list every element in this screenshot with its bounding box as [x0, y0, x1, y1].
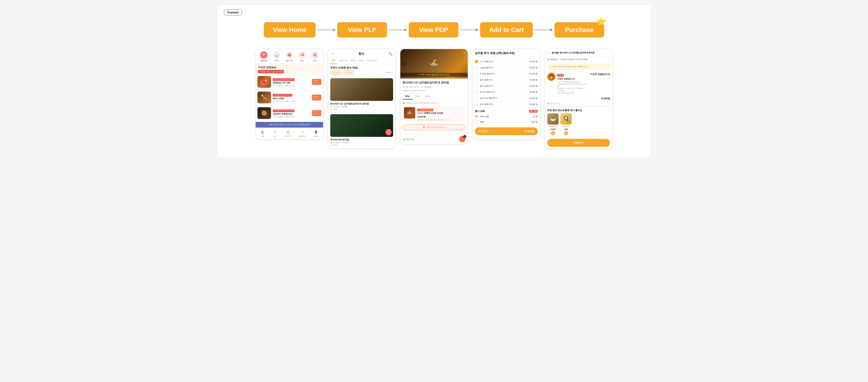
- s4-checkbox-3[interactable]: [475, 78, 478, 81]
- s4-add-price: 21,000원: [524, 129, 534, 133]
- s1-food-list: 🥩 2개 남음 00:20:09 사라져요! 육회한날 어어 이때 ⭐ 5.0 …: [256, 74, 323, 121]
- s5-order-detail-2: • 김치찜 추가 토핑 선택: 고기 듬뿍 추가(+4,500원): [557, 87, 588, 92]
- s1-icon-jungshik[interactable]: 🍜 중식: [298, 51, 306, 62]
- s3-wishlist-button[interactable]: ♡: [463, 51, 466, 55]
- arrow-line-2: [389, 30, 407, 30]
- s3-representative-menu[interactable]: 👍 대표 메뉴: [403, 138, 414, 141]
- list-item[interactable]: 🥩 2개 남음 00:20:09 사라져요! 육회한날 어어 이때 ⭐ 5.0 …: [257, 74, 321, 90]
- nav-item-favorites[interactable]: 🤍 찜: [272, 129, 277, 138]
- s5-popular-add-2[interactable]: +: [564, 131, 568, 135]
- s2-tab-hanshik[interactable]: 한식: [330, 58, 338, 64]
- list-item[interactable]: 꽃지 듬뿍 추가 +5,500 원: [475, 77, 538, 83]
- list-item[interactable]: 🥘 2개 남음 02:39:09 사라져요! 김천재의 육회한반연... ⭐ 4…: [257, 106, 321, 121]
- s5-order-detail-0: • +고기+ 등록최고만방 김치찜 x1: [557, 81, 588, 83]
- list-item[interactable]: 참지 듬뿍 추가 +5,000 원: [475, 83, 538, 89]
- s1-cat-3: 중식: [300, 59, 304, 62]
- s3-tab-menu[interactable]: 메뉴: [403, 94, 412, 99]
- s1-banner: 사용가능한 쿠폰이 있어도! 바로 주문해보세요!: [256, 122, 323, 127]
- s4-checkbox-5[interactable]: [475, 90, 478, 94]
- s4-checkbox-7[interactable]: [475, 103, 478, 106]
- list-item[interactable]: 쿠폰이곧 사라져요 무국적식탁 관악점 ⭐ 4.8 (867) · 무료배달 3…: [328, 112, 395, 148]
- s4-checkbox-4[interactable]: [475, 84, 478, 88]
- s2-tab-jungshik[interactable]: 중식: [349, 58, 357, 64]
- s4-checkbox-2[interactable]: [475, 72, 478, 75]
- s4-option-name-1: 스팸 듬뿍 추가: [480, 66, 527, 69]
- s3-bottom-bar: 👍 대표 메뉴 🛒 2: [400, 134, 468, 144]
- s1-delivery-btn-3[interactable]: 배달하고주문하기: [312, 110, 321, 116]
- s2-search-icon[interactable]: 🔍: [388, 52, 393, 56]
- s4-checkbox-1[interactable]: [475, 66, 478, 69]
- s4-option-price-6: +2,000 원: [529, 97, 538, 100]
- s4-checkbox-6[interactable]: [475, 96, 478, 100]
- s4-add-to-cart-button[interactable]: 1개 담기 21,000원: [475, 127, 538, 135]
- list-item[interactable]: 순두부 왕창 추가 +2,000 원: [475, 89, 538, 95]
- s1-food-img-3: 🥘: [257, 107, 271, 119]
- step-view-home[interactable]: View Home: [264, 22, 315, 37]
- list-item[interactable]: 🍳 계란 후라이 700원 +: [560, 113, 572, 135]
- s5-popular-add-1[interactable]: +: [551, 131, 555, 135]
- nav-item-home[interactable]: 🏠 홈: [260, 129, 265, 138]
- list-item[interactable]: 스팸 듬뿍 추가 +4,500 원: [475, 65, 538, 71]
- s4-radio-1[interactable]: [475, 120, 478, 123]
- s5-header-title: 팀 배달: 한식세끼 1인 김치찜&김치찌개 관악점: [552, 51, 610, 54]
- nav-item-recommendations[interactable]: ✨ 맞춤추천: [299, 129, 306, 138]
- s1-icon-p[interactable]: P 홈화재: [260, 51, 268, 62]
- list-item[interactable]: 매콤 +100 원: [475, 119, 538, 125]
- step-purchase[interactable]: ⭐ Purchase: [555, 22, 604, 37]
- step-add-to-cart[interactable]: Add to Cart: [480, 22, 532, 37]
- s1-cat-4: 양식: [313, 59, 317, 62]
- step-view-plp[interactable]: View PLP: [337, 22, 387, 37]
- s3-cart-button[interactable]: 🛒 2: [459, 136, 465, 142]
- s5-popular-price-1: 1,500원: [550, 128, 556, 130]
- s5-order-button[interactable]: 주문하기: [547, 139, 610, 147]
- list-item[interactable]: 🥗 반찬김치(대) 1,500원 +: [547, 113, 559, 135]
- list-item[interactable]: 🍲 🎯 지역친 지역 Pick! +고기+ 등록최고만방 김치찜 16,500원…: [403, 106, 465, 122]
- s1-icon-yangsik[interactable]: 🍕 양식: [311, 51, 318, 62]
- list-item[interactable]: ✓ 고기 듬뿍 추가 +4,500 원: [475, 59, 538, 65]
- list-item[interactable]: 🍗 2개 남음 01:26 사라져요! BBQ 신점입 ⭐ 4.9 (174) …: [257, 90, 321, 106]
- s3-menu-price: 16,500원: [417, 115, 464, 118]
- screen-view-plp: ← 한식 🔍 한식 일식·회 중식 양식 치킨·버거 두잇이 선정한 한식 맛집…: [328, 49, 396, 149]
- s2-filter-fast[interactable]: 빠른배달: [343, 70, 354, 75]
- list-item[interactable]: 한식세끼 1인 김치찜&김치찌개 관악점 ⭐ 4.9 (58) · 무료배달 3…: [328, 77, 395, 112]
- step-view-pdp[interactable]: View PDP: [409, 22, 458, 37]
- list-item[interactable]: 우삼겹 듬뿍 추가 +5,000 원: [475, 71, 538, 77]
- arrow-line-3: [460, 30, 478, 30]
- s4-option-price-0: +4,500 원: [529, 60, 538, 63]
- list-item[interactable]: 날치두부 왕창 추가 +2,000 원: [475, 95, 538, 101]
- s5-add-menu-button[interactable]: 🔥 메뉴 추가하기: [545, 101, 612, 106]
- s1-delivery-btn-2[interactable]: 배달하고주문하기: [312, 94, 321, 100]
- s1-delivery-btn-1[interactable]: 배달하고주문하기: [312, 79, 321, 85]
- s5-popular-title: 주문 중인 메뉴와 함께 먹기 좋아요: [547, 109, 610, 112]
- list-item[interactable]: Pick! 보통 +0 원: [475, 114, 538, 119]
- s2-tab-yangsik[interactable]: 양식: [357, 58, 365, 64]
- s1-cat-1: 한식: [275, 59, 279, 62]
- s4-spicy-price-0: +0 원: [533, 115, 538, 118]
- s3-prev-arrow[interactable]: ‹: [402, 61, 406, 66]
- s4-option-price-2: +5,000 원: [529, 72, 538, 75]
- s4-spicy-option-1: 매콤: [480, 121, 529, 123]
- s2-rest-img-2: 쿠폰이곧 사라져요: [330, 114, 393, 137]
- screen-add-to-cart: 김치찜 추가 토핑 선택 (최대 8개) ✓ 고기 듬뿍 추가 +4,500 원…: [472, 49, 540, 139]
- s1-icon-ilshik[interactable]: 🍣 일식 회: [286, 51, 293, 62]
- nav-item-profile[interactable]: 👤 프로필: [313, 129, 318, 138]
- s5-back-button[interactable]: ←: [547, 51, 550, 55]
- s2-back-button[interactable]: ←: [331, 51, 335, 56]
- s3-neighbor-button[interactable]: 🔥 다른 이웃의 주문보기: [403, 124, 465, 130]
- s5-promo-banner: ⚡ 10분 내 조리 시작 3명 모이면 다 빨라져요! ⚡: [547, 64, 610, 69]
- s4-checkbox-0[interactable]: ✓: [475, 60, 478, 63]
- s5-order-name: 아심찬 삼겹살 (1人): [557, 77, 588, 80]
- s5-delivery-header: 팀 배달 열기 : 아심찬 삼겹살의 두잇 팀 배달!: [545, 57, 612, 62]
- s1-food-action-2: 배달하고주문하기: [312, 94, 321, 100]
- s1-icon-hanshik[interactable]: 🍚 한식: [273, 51, 280, 62]
- s2-filter-coupon[interactable]: 할인쿠폰: [330, 70, 342, 75]
- s2-tab-ilshik[interactable]: 일식·회: [338, 58, 349, 64]
- s3-tab-review[interactable]: 리뷰: [412, 94, 423, 99]
- s2-sort-button[interactable]: 추천순 ∨: [385, 71, 393, 74]
- s3-tab-info[interactable]: 정보: [423, 94, 432, 99]
- restaurant-image-1: [330, 78, 393, 101]
- list-item[interactable]: 김치 왕창 추가 +3,000 원: [475, 101, 538, 108]
- s2-tab-chicken[interactable]: 치킨·버거: [365, 58, 379, 64]
- s4-radio-0[interactable]: [475, 115, 478, 118]
- nav-item-orders[interactable]: 📋 주문내역: [284, 129, 291, 138]
